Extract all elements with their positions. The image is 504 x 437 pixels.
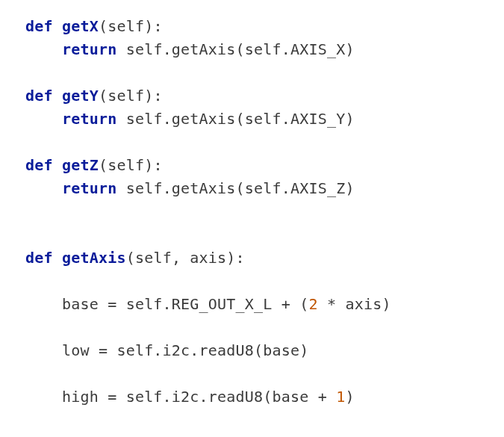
number-two: 2 [308, 295, 317, 313]
keyword-return: return [62, 40, 116, 58]
body-getX: self.getAxis(self.AXIS_X) [116, 40, 354, 58]
line-high-b: ) [345, 388, 354, 406]
line-base-a: base = self.REG_OUT_X_L + ( [25, 295, 308, 313]
body-getY: self.getAxis(self.AXIS_Y) [116, 110, 354, 128]
params-getY: (self): [99, 87, 163, 105]
func-name-getY: getY [62, 87, 99, 105]
keyword-return: return [62, 179, 116, 197]
func-name-getZ: getZ [62, 156, 99, 174]
code-block: def getX(self): return self.getAxis(self… [0, 0, 504, 409]
keyword-return: return [62, 110, 116, 128]
func-name-getAxis: getAxis [62, 249, 126, 267]
number-one: 1 [336, 388, 345, 406]
func-name-getX: getX [62, 17, 99, 35]
keyword-def: def [25, 156, 53, 174]
params-getX: (self): [99, 17, 163, 35]
line-high-a: high = self.i2c.readU8(base + [25, 388, 336, 406]
body-getZ: self.getAxis(self.AXIS_Z) [116, 179, 354, 197]
keyword-def: def [25, 17, 53, 35]
params-getZ: (self): [99, 156, 163, 174]
params-getAxis: (self, axis): [126, 249, 245, 267]
keyword-def: def [25, 87, 53, 105]
line-base-b: * axis) [318, 295, 391, 313]
keyword-def: def [25, 249, 53, 267]
line-low: low = self.i2c.readU8(base) [25, 341, 308, 359]
